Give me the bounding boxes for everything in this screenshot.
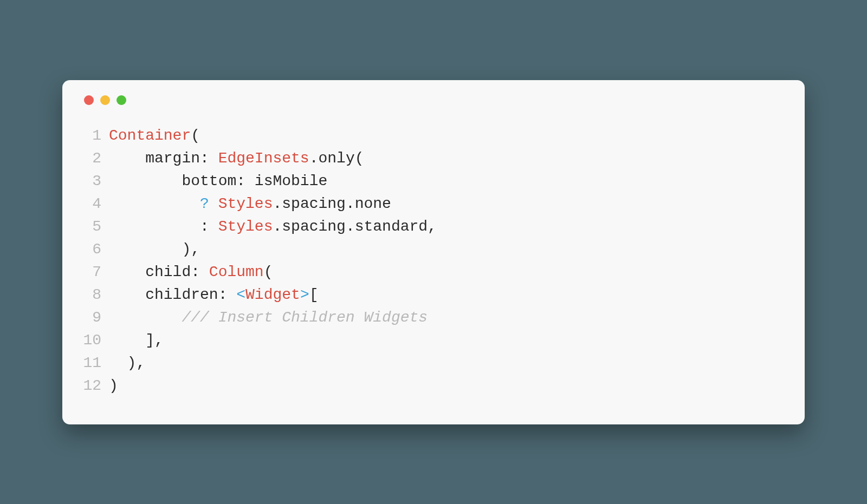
- zoom-icon[interactable]: [117, 95, 126, 105]
- code-line: 5 : Styles.spacing.standard,: [81, 215, 786, 238]
- line-number: 1: [81, 125, 109, 147]
- code-token: (: [191, 127, 200, 144]
- line-number: 10: [81, 329, 109, 352]
- code-token: /// Insert Children Widgets: [182, 309, 428, 326]
- line-content: /// Insert Children Widgets: [109, 306, 428, 329]
- code-token: Styles: [218, 195, 273, 212]
- code-token: ): [109, 377, 118, 394]
- line-number: 6: [81, 238, 109, 261]
- line-number: 3: [81, 170, 109, 193]
- line-content: bottom: isMobile: [109, 170, 327, 193]
- code-line: 7 child: Column(: [81, 261, 786, 284]
- line-content: ],: [109, 329, 164, 352]
- line-number: 4: [81, 193, 109, 215]
- code-token: margin:: [109, 150, 218, 167]
- code-token: [: [309, 286, 319, 303]
- line-number: 12: [81, 375, 109, 397]
- code-token: Styles: [218, 218, 273, 235]
- line-content: ),: [109, 352, 145, 375]
- line-number: 9: [81, 306, 109, 329]
- line-content: ),: [109, 238, 200, 261]
- window-traffic-lights: [81, 95, 786, 105]
- code-token: [109, 309, 182, 326]
- code-line: 4 ? Styles.spacing.none: [81, 193, 786, 215]
- minimize-icon[interactable]: [100, 95, 110, 105]
- line-content: ? Styles.spacing.none: [109, 193, 391, 215]
- code-token: [209, 195, 218, 212]
- line-content: ): [109, 375, 118, 397]
- code-token: ?: [200, 195, 209, 212]
- code-line: 8 children: <Widget>[: [81, 284, 786, 306]
- code-token: .only(: [309, 150, 364, 167]
- code-line: 6 ),: [81, 238, 786, 261]
- code-token: Container: [109, 127, 191, 144]
- code-token: :: [109, 218, 218, 235]
- line-content: child: Column(: [109, 261, 273, 284]
- code-token: bottom: isMobile: [109, 173, 327, 189]
- code-token: children:: [109, 286, 236, 303]
- code-line: 10 ],: [81, 329, 786, 352]
- code-token: ),: [109, 355, 145, 371]
- code-line: 9 /// Insert Children Widgets: [81, 306, 786, 329]
- line-content: children: <Widget>[: [109, 284, 319, 306]
- code-token: <: [236, 286, 245, 303]
- code-token: >: [300, 286, 309, 303]
- line-number: 11: [81, 352, 109, 375]
- line-number: 2: [81, 147, 109, 170]
- code-token: ],: [109, 332, 164, 349]
- line-content: : Styles.spacing.standard,: [109, 215, 437, 238]
- code-window: 1Container(2 margin: EdgeInsets.only(3 b…: [62, 80, 805, 424]
- code-block: 1Container(2 margin: EdgeInsets.only(3 b…: [81, 125, 786, 397]
- code-line: 12): [81, 375, 786, 397]
- code-line: 2 margin: EdgeInsets.only(: [81, 147, 786, 170]
- code-token: Column: [209, 264, 264, 280]
- line-number: 5: [81, 215, 109, 238]
- code-token: [109, 195, 200, 212]
- code-line: 3 bottom: isMobile: [81, 170, 786, 193]
- code-token: Widget: [245, 286, 300, 303]
- code-token: EdgeInsets: [218, 150, 309, 167]
- line-number: 8: [81, 284, 109, 306]
- line-content: margin: EdgeInsets.only(: [109, 147, 364, 170]
- code-line: 1Container(: [81, 125, 786, 147]
- line-number: 7: [81, 261, 109, 284]
- line-content: Container(: [109, 125, 200, 147]
- code-token: child:: [109, 264, 209, 280]
- code-token: .spacing.standard,: [273, 218, 436, 235]
- code-line: 11 ),: [81, 352, 786, 375]
- code-token: (: [264, 264, 273, 280]
- close-icon[interactable]: [84, 95, 94, 105]
- code-token: .spacing.none: [273, 195, 391, 212]
- code-token: ),: [109, 241, 200, 258]
